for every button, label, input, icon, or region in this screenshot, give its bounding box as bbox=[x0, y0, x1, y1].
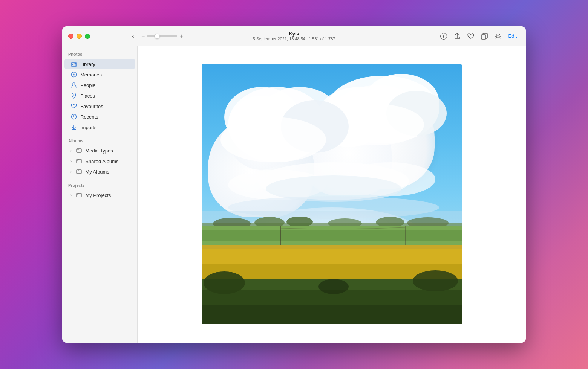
recents-label: Recents bbox=[80, 114, 98, 120]
svg-line-6 bbox=[496, 34, 496, 35]
sidebar-item-memories[interactable]: Memories bbox=[64, 69, 135, 80]
enhance-icon bbox=[495, 33, 501, 40]
svg-point-33 bbox=[220, 117, 326, 162]
shared-albums-chevron: › bbox=[70, 159, 72, 163]
sidebar-item-library[interactable]: Library bbox=[64, 59, 135, 69]
info-icon: i bbox=[440, 33, 447, 40]
zoom-slider[interactable] bbox=[147, 35, 177, 37]
photo-display bbox=[202, 64, 462, 324]
my-albums-label: My Albums bbox=[85, 169, 109, 175]
photos-section-label: Photos bbox=[62, 52, 137, 59]
svg-rect-48 bbox=[202, 230, 462, 241]
my-projects-icon bbox=[75, 192, 82, 198]
info-button[interactable]: i bbox=[438, 30, 450, 42]
people-icon bbox=[70, 82, 77, 88]
sidebar-item-imports[interactable]: Imports bbox=[64, 122, 135, 133]
svg-rect-0 bbox=[481, 35, 486, 39]
heart-icon bbox=[467, 33, 474, 39]
my-albums-icon bbox=[75, 168, 82, 175]
sidebar-item-media-types[interactable]: › Media Types bbox=[64, 145, 135, 156]
favourites-label: Favourites bbox=[80, 104, 103, 109]
media-types-label: Media Types bbox=[85, 148, 113, 154]
edit-button[interactable]: Edit bbox=[505, 30, 520, 42]
svg-point-57 bbox=[204, 271, 245, 294]
enhance-button[interactable] bbox=[492, 30, 504, 42]
clouds-svg bbox=[202, 64, 462, 324]
titlebar-center: Kyiv 5 September 2021, 13:48:54 · 1 531 … bbox=[253, 31, 335, 41]
places-label: Places bbox=[80, 93, 95, 99]
svg-rect-22 bbox=[77, 193, 81, 197]
memories-label: Memories bbox=[80, 72, 102, 78]
people-label: People bbox=[80, 82, 95, 88]
imports-label: Imports bbox=[80, 125, 96, 130]
titlebar-actions: i bbox=[438, 30, 526, 42]
share-icon bbox=[454, 33, 460, 40]
titlebar: ‹ − + Kyiv 5 September 2021, 13:48:54 · … bbox=[62, 26, 526, 46]
library-label: Library bbox=[80, 61, 95, 67]
svg-point-44 bbox=[376, 217, 404, 227]
svg-rect-19 bbox=[77, 149, 81, 152]
sidebar-item-people[interactable]: People bbox=[64, 80, 135, 90]
svg-point-59 bbox=[318, 279, 349, 294]
minimize-button[interactable] bbox=[77, 34, 82, 39]
svg-line-8 bbox=[499, 34, 500, 35]
app-window: ‹ − + Kyiv 5 September 2021, 13:48:54 · … bbox=[62, 26, 526, 343]
titlebar-nav: ‹ − + bbox=[90, 31, 184, 41]
svg-rect-21 bbox=[77, 170, 81, 174]
photo-canvas bbox=[202, 64, 462, 324]
media-types-icon bbox=[75, 147, 82, 154]
memories-icon bbox=[70, 71, 77, 78]
shared-albums-icon bbox=[75, 158, 82, 165]
svg-point-14 bbox=[74, 74, 74, 75]
favourite-button[interactable] bbox=[465, 30, 477, 42]
svg-point-15 bbox=[73, 83, 75, 85]
svg-rect-54 bbox=[202, 305, 462, 324]
maximize-button[interactable] bbox=[85, 34, 90, 39]
media-types-chevron: › bbox=[70, 149, 72, 153]
my-projects-label: My Projects bbox=[85, 192, 111, 198]
photo-title: Kyiv bbox=[289, 31, 299, 37]
image-viewer[interactable] bbox=[138, 46, 526, 343]
svg-point-1 bbox=[497, 35, 499, 37]
zoom-out-button[interactable]: − bbox=[141, 33, 145, 40]
zoom-control: − + bbox=[141, 33, 184, 40]
albums-section-label: Albums bbox=[62, 139, 137, 145]
sidebar-item-recents[interactable]: Recents bbox=[64, 111, 135, 122]
projects-section-label: Projects bbox=[62, 183, 137, 190]
back-button[interactable]: ‹ bbox=[128, 31, 138, 41]
svg-rect-20 bbox=[77, 159, 81, 163]
close-button[interactable] bbox=[68, 34, 74, 39]
svg-rect-18 bbox=[72, 129, 76, 130]
traffic-lights bbox=[62, 34, 90, 39]
recents-icon bbox=[70, 113, 77, 120]
places-icon bbox=[70, 92, 77, 99]
my-projects-chevron: › bbox=[70, 193, 72, 197]
sidebar-item-my-albums[interactable]: › My Albums bbox=[64, 166, 135, 177]
my-albums-chevron: › bbox=[70, 170, 72, 174]
svg-point-42 bbox=[286, 217, 313, 227]
photo-subtitle: 5 September 2021, 13:48:54 · 1 531 of 1 … bbox=[253, 37, 335, 41]
sidebar-item-shared-albums[interactable]: › Shared Albums bbox=[64, 156, 135, 166]
svg-point-11 bbox=[75, 63, 76, 64]
library-icon bbox=[70, 61, 77, 67]
svg-line-7 bbox=[499, 37, 500, 38]
share-button[interactable] bbox=[451, 30, 463, 42]
svg-point-16 bbox=[74, 95, 75, 96]
duplicate-icon bbox=[481, 33, 488, 40]
main-content: Photos Library bbox=[62, 46, 526, 343]
zoom-in-button[interactable]: + bbox=[179, 33, 184, 40]
favourites-icon bbox=[70, 103, 77, 110]
sidebar-item-places[interactable]: Places bbox=[64, 90, 135, 101]
duplicate-button[interactable] bbox=[478, 30, 490, 42]
svg-line-9 bbox=[496, 37, 496, 38]
imports-icon bbox=[70, 124, 77, 131]
shared-albums-label: Shared Albums bbox=[85, 159, 118, 164]
sidebar: Photos Library bbox=[62, 46, 138, 343]
sidebar-item-my-projects[interactable]: › My Projects bbox=[64, 190, 135, 200]
svg-point-58 bbox=[413, 270, 458, 291]
sidebar-item-favourites[interactable]: Favourites bbox=[64, 101, 135, 111]
